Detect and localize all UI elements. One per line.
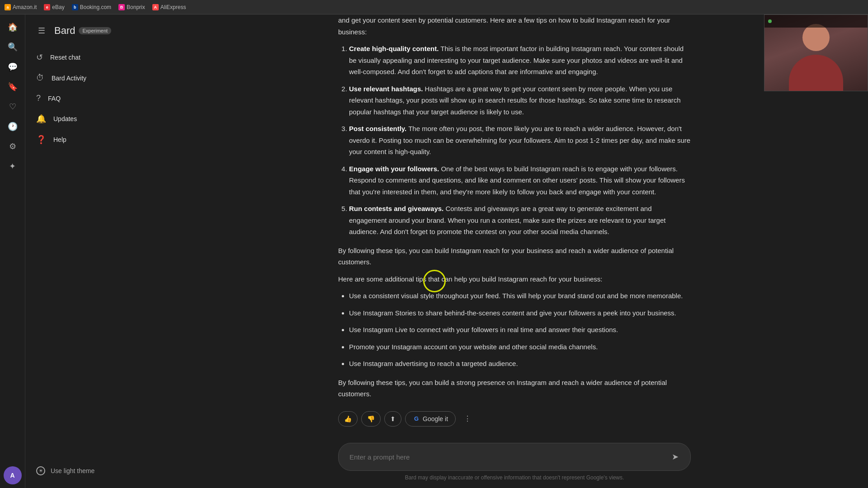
item-5-bold: Run contests and giveaways. (349, 205, 443, 212)
list-item-4: Engage with your followers. One of the b… (349, 163, 691, 198)
bookmarks-bar: a Amazon.it e eBay b Booking.com B Bonpr… (0, 0, 868, 14)
nav-faq[interactable]: ? FAQ (25, 88, 154, 108)
bullet-item-4: Promote your Instagram account on your w… (349, 341, 691, 353)
list-item-1: Create high-quality content. This is the… (349, 43, 691, 78)
response-text: and get your content seen by potential c… (338, 14, 691, 400)
ebay-label: eBay (52, 4, 64, 10)
nav-help[interactable]: ❓ Help (25, 129, 154, 150)
bullet-item-3: Use Instagram Live to connect with your … (349, 324, 691, 336)
search-icon-btn[interactable]: 🔍 (4, 38, 22, 56)
nav-bard-activity[interactable]: ⏱ Bard Activity (25, 68, 154, 88)
disclaimer-text: Bard may display inaccurate or offensive… (338, 474, 691, 481)
export-button[interactable]: ⬆ (384, 411, 401, 427)
thumbs-up-button[interactable]: 👍 (338, 411, 358, 427)
star-icon-btn[interactable]: ✦ (4, 157, 22, 175)
list-item-3: Post consistently. The more often you po… (349, 123, 691, 158)
video-top-bar (764, 15, 868, 28)
light-theme-icon: ☀ (36, 466, 45, 475)
reset-chat-label: Reset chat (50, 54, 80, 61)
help-icon: ❓ (36, 135, 46, 145)
bard-logo: Bard (54, 25, 75, 37)
google-it-button[interactable]: G Google it (405, 411, 456, 427)
google-it-label: Google it (423, 415, 448, 422)
settings-icon-btn[interactable]: ⚙ (4, 137, 22, 155)
updates-icon: 🔔 (36, 114, 46, 124)
aliexpress-label: AliExpress (160, 4, 186, 10)
help-label: Help (53, 136, 66, 143)
send-button[interactable]: ➤ (667, 449, 683, 465)
summary-2: By following these tips, you can build a… (338, 377, 691, 400)
response-more-options[interactable]: ⋮ (459, 411, 476, 427)
bard-activity-label: Bard Activity (52, 75, 86, 82)
video-active-dot (768, 19, 772, 23)
left-nav: ☰ Bard Experiment ↺ Reset chat ⏱ Bard Ac… (25, 14, 161, 488)
bard-activity-icon: ⏱ (36, 73, 44, 83)
home-icon-btn[interactable]: 🏠 (4, 18, 22, 36)
summary-1: By following these tips, you can build I… (338, 245, 691, 268)
app-container: 🏠 🔍 💬 🔖 ♡ 🕐 ⚙ ✦ A ☰ Bard Experiment ↺ Re… (0, 14, 868, 488)
amazon-label: Amazon.it (13, 4, 37, 10)
heart-icon-btn[interactable]: ♡ (4, 98, 22, 116)
bookmark-amazon[interactable]: a Amazon.it (5, 4, 37, 10)
reset-chat-icon: ↺ (36, 52, 43, 62)
list-item-5: Run contests and giveaways. Contests and… (349, 203, 691, 238)
amazon-favicon: a (5, 4, 11, 10)
item-2-bold: Use relevant hashtags. (349, 85, 423, 93)
booking-label: Booking.com (80, 4, 111, 10)
ebay-favicon: e (44, 4, 50, 10)
thumbs-up-icon: 👍 (344, 415, 352, 422)
main-content: and get your content seen by potential c… (161, 14, 868, 488)
item-4-bold: Engage with your followers. (349, 165, 439, 173)
thumbs-down-button[interactable]: 👎 (361, 411, 381, 427)
updates-label: Updates (53, 115, 77, 122)
chat-area[interactable]: and get your content seen by potential c… (161, 14, 868, 436)
item-3-bold: Post consistently. (349, 125, 406, 132)
clock-icon-btn[interactable]: 🕐 (4, 117, 22, 136)
bookmark-booking[interactable]: b Booking.com (72, 4, 111, 10)
google-icon: G (413, 415, 420, 422)
bookmark-ebay[interactable]: e eBay (44, 4, 64, 10)
response-container: and get your content seen by potential c… (320, 14, 709, 434)
user-avatar-sidebar[interactable]: A (4, 466, 22, 484)
experiment-badge: Experiment (79, 27, 111, 34)
export-icon: ⬆ (390, 415, 396, 422)
prompt-input[interactable] (346, 453, 667, 461)
bookmark-aliexpress[interactable]: A AliExpress (152, 4, 186, 10)
booking-favicon: b (72, 4, 78, 10)
action-bar: 👍 👎 ⬆ G Google it ⋮ (338, 407, 691, 434)
faq-icon: ? (36, 94, 41, 103)
bullet-list: Use a consistent visual style throughout… (338, 290, 691, 370)
intro-paragraph: and get your content seen by potential c… (338, 14, 691, 38)
nav-reset-chat[interactable]: ↺ Reset chat (25, 47, 154, 68)
list-item-2: Use relevant hashtags. Hashtags are a gr… (349, 83, 691, 118)
input-container: ➤ (338, 443, 691, 471)
bullet-item-1: Use a consistent visual style throughout… (349, 290, 691, 302)
bookmark-bonprix[interactable]: B Bonprix (118, 4, 145, 10)
numbered-list: Create high-quality content. This is the… (338, 43, 691, 238)
theme-label: Use light theme (51, 467, 94, 474)
chat-icon-btn[interactable]: 💬 (4, 58, 22, 76)
bottom-area: ➤ Bard may display inaccurate or offensi… (161, 436, 868, 488)
video-overlay (764, 14, 868, 91)
additional-title: Here are some additional tips that can h… (338, 273, 691, 285)
hamburger-button[interactable]: ☰ (33, 22, 51, 40)
theme-toggle[interactable]: ☀ Use light theme (25, 461, 161, 481)
icon-sidebar: 🏠 🔍 💬 🔖 ♡ 🕐 ⚙ ✦ A (0, 14, 25, 488)
bonprix-label: Bonprix (127, 4, 145, 10)
aliexpress-favicon: A (152, 4, 159, 10)
bookmark-icon-btn[interactable]: 🔖 (4, 78, 22, 96)
send-icon: ➤ (672, 452, 679, 462)
bullet-item-5: Use Instagram advertising to reach a tar… (349, 358, 691, 370)
faq-label: FAQ (48, 95, 61, 102)
thumbs-down-icon: 👎 (367, 415, 375, 422)
nav-updates[interactable]: 🔔 Updates (25, 108, 154, 129)
item-1-bold: Create high-quality content. (349, 45, 439, 52)
bullet-item-2: Use Instagram Stories to share behind-th… (349, 307, 691, 319)
bonprix-favicon: B (118, 4, 125, 10)
